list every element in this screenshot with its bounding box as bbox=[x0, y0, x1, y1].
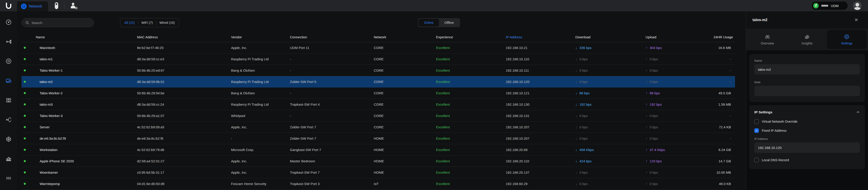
client-connection: UDM Port 11 bbox=[290, 46, 374, 50]
tab-overview-label: Overview bbox=[761, 42, 774, 45]
upload-arrow-icon: ↑ bbox=[646, 80, 647, 84]
virtual-network-override-checkbox[interactable] bbox=[754, 119, 759, 124]
filter-divider bbox=[138, 21, 138, 25]
console-selector[interactable]: UDM bbox=[812, 2, 847, 10]
name-field[interactable]: talos-m2 bbox=[754, 64, 860, 75]
client-connection: Master Bedroom bbox=[290, 159, 374, 163]
tab-insights[interactable]: Insights bbox=[787, 30, 827, 49]
header-experience[interactable]: Experience bbox=[436, 35, 506, 39]
table-row[interactable]: talos-m1 d8:3a:dd:59:cc:e3 Raspberry Pi … bbox=[22, 54, 735, 65]
client-ip: 192.168.10.207 bbox=[506, 125, 575, 129]
sidebar-item-clients[interactable] bbox=[5, 78, 12, 84]
client-vendor: Bang & Olufsen bbox=[231, 91, 290, 95]
client-ip: 192.168.10.111 bbox=[506, 69, 575, 72]
protect-app-icon[interactable] bbox=[55, 2, 58, 9]
sidebar-item-topology[interactable] bbox=[5, 38, 12, 45]
client-mac: d8:3a:dd:59:8b:01 bbox=[137, 80, 231, 84]
wifi-icon bbox=[5, 116, 12, 123]
table-row[interactable]: Apple iPhone SE 2020 d2:58:a4:52:01:27 A… bbox=[22, 156, 735, 167]
virtual-network-override-row[interactable]: Virtual Network Override bbox=[754, 119, 860, 124]
table-row[interactable]: Server 4c:52:62:b9:09:a5 Apple, Inc. Zol… bbox=[22, 121, 735, 133]
settings-gear-icon bbox=[844, 34, 850, 40]
table-row[interactable]: Warmtepomp 04:d1:6e:d0:93:d9 Foscam Home… bbox=[22, 178, 735, 190]
sidebar-item-hotspot[interactable] bbox=[5, 175, 12, 181]
online-status-dot bbox=[24, 160, 26, 162]
header-vendor[interactable]: Vendor bbox=[231, 35, 290, 39]
table-row[interactable]: de:e6:3a:8c:b2:f9 de:e6:3a:8c:b2:f9 - Zo… bbox=[22, 133, 735, 144]
table-row[interactable]: talos-m2 d8:3a:dd:59:8b:01 Raspberry Pi … bbox=[22, 76, 735, 87]
table-row[interactable]: Talos-Worker-1 50:6b:4b:25:ed:67 Bang & … bbox=[22, 65, 735, 76]
chevron-up-icon[interactable] bbox=[856, 110, 860, 114]
sidebar-item-statistics[interactable] bbox=[5, 156, 12, 162]
fixed-ip-checkbox[interactable]: ✓ bbox=[754, 128, 759, 133]
client-experience: Excellent bbox=[436, 103, 506, 106]
client-download: ↓0 bps bbox=[575, 136, 646, 141]
table-row[interactable]: Talos-Worker-3 50:6b:4b:29:a1:07 Whirlpo… bbox=[22, 110, 735, 121]
user-avatar[interactable] bbox=[853, 1, 862, 10]
filter-wifi[interactable]: WiFi (7) bbox=[141, 21, 153, 25]
close-icon[interactable]: × bbox=[855, 17, 858, 23]
tab-insights-label: Insights bbox=[802, 42, 812, 45]
sidebar-item-wifi[interactable] bbox=[5, 116, 12, 123]
local-dns-checkbox[interactable] bbox=[754, 158, 759, 162]
toggle-online[interactable]: Online bbox=[418, 19, 439, 27]
table-row[interactable]: Woonkamer c0:95:6d:5b:31:17 Apple, Inc. … bbox=[22, 167, 735, 178]
client-usage: - bbox=[714, 69, 735, 72]
sidebar-item-zones[interactable] bbox=[5, 97, 12, 103]
table-row[interactable]: Workstation 4c:52:62:b9:79:d6 Microsoft … bbox=[22, 144, 735, 156]
client-download: ↓88 bps bbox=[575, 91, 646, 95]
settings-tab-content: Name talos-m2 Note IP Settings Virtual N… bbox=[746, 50, 868, 190]
client-mac: c0:95:6d:5b:31:17 bbox=[137, 170, 231, 174]
header-network[interactable]: Network bbox=[374, 35, 436, 39]
note-field[interactable] bbox=[754, 86, 860, 96]
search-input[interactable]: Search bbox=[22, 18, 94, 27]
online-status-dot bbox=[24, 70, 26, 72]
header-24hr-usage[interactable]: 24HR Usage bbox=[714, 35, 735, 39]
client-network: CORE bbox=[374, 46, 436, 50]
download-arrow-icon: ↓ bbox=[575, 136, 577, 141]
person-icon bbox=[72, 3, 74, 5]
header-download[interactable]: Download bbox=[575, 35, 646, 39]
filter-all[interactable]: All (22) bbox=[124, 21, 135, 25]
tab-overview[interactable]: Overview bbox=[747, 30, 787, 49]
header-connection[interactable]: Connection bbox=[290, 35, 374, 39]
client-network: CORE bbox=[374, 57, 436, 61]
table-row[interactable]: Macintosh 8e:b2:be:f7:46:20 Apple, Inc. … bbox=[22, 42, 735, 54]
access-app-icon[interactable]: ⚙ bbox=[70, 2, 77, 9]
binoculars-icon bbox=[765, 34, 770, 40]
client-network: HOME bbox=[374, 159, 436, 163]
table-header-row: Name MAC Address Vendor Connection Netwo… bbox=[22, 34, 735, 42]
client-ip: 192.168.10.130 bbox=[506, 103, 575, 106]
toggle-offline[interactable]: Offline bbox=[439, 19, 459, 27]
client-network: IoT bbox=[374, 182, 436, 186]
client-ip: 192.168.20.110 bbox=[506, 159, 575, 163]
header-ip-address[interactable]: IP Address bbox=[506, 35, 575, 39]
client-mac: 8e:b2:be:f7:46:20 bbox=[137, 46, 231, 50]
dashboard-icon bbox=[5, 19, 12, 25]
upload-arrow-icon: ↑ bbox=[646, 114, 647, 118]
client-upload: ↑304 bps bbox=[646, 46, 714, 50]
client-mac: 4c:52:62:b9:09:a5 bbox=[137, 125, 231, 129]
header-name[interactable]: Name bbox=[28, 35, 137, 39]
client-experience: Excellent bbox=[436, 125, 506, 129]
client-vendor: Apple, Inc. bbox=[231, 125, 290, 129]
fixed-ip-row[interactable]: ✓ Fixed IP Address bbox=[754, 128, 860, 133]
client-connection: Trapkast-SW Port 7 bbox=[290, 170, 374, 174]
table-row[interactable]: Talos-Worker-2 50:6b:4b:28:94:be Bang & … bbox=[22, 87, 735, 99]
tab-settings[interactable]: Settings bbox=[827, 30, 867, 49]
sidebar-item-dashboard[interactable] bbox=[5, 19, 12, 25]
sidebar-item-networks[interactable] bbox=[5, 136, 12, 142]
sidebar-item-unifi-devices[interactable] bbox=[5, 58, 12, 64]
header-upload[interactable]: Upload bbox=[646, 35, 714, 39]
table-row[interactable]: talos-m3 d8:3a:dd:59:cc:24 Raspberry Pi … bbox=[22, 99, 735, 110]
client-usage: - bbox=[714, 136, 735, 140]
ip-address-field[interactable]: 192.168.10.120 bbox=[754, 142, 860, 153]
client-name: Warmtepomp bbox=[40, 182, 137, 186]
local-dns-row[interactable]: Local DNS Record bbox=[754, 158, 860, 162]
filter-wired[interactable]: Wired (15) bbox=[159, 21, 175, 25]
tab-network-app[interactable]: Network bbox=[17, 1, 48, 11]
client-network: HOME bbox=[374, 170, 436, 174]
unifi-logo[interactable] bbox=[0, 0, 17, 11]
header-mac[interactable]: MAC Address bbox=[137, 35, 231, 39]
online-status-dot bbox=[24, 126, 26, 128]
